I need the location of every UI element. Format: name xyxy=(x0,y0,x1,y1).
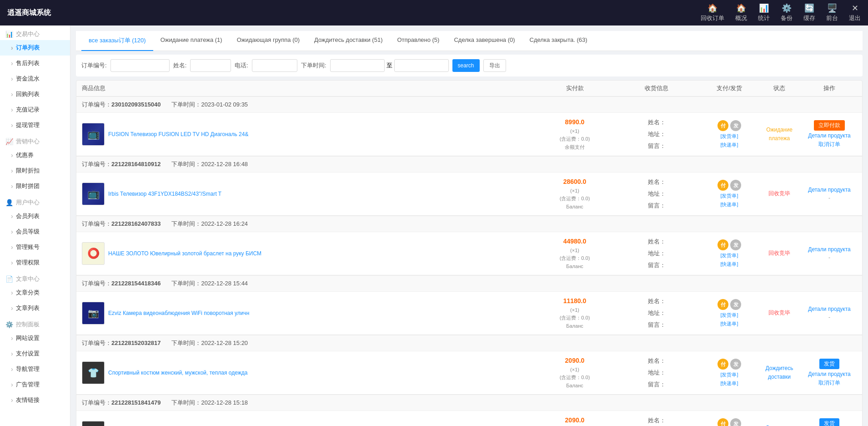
ship-circle-0[interactable]: 发 xyxy=(730,120,741,131)
tab-closed[interactable]: Сделка закрыта. (63) xyxy=(522,31,595,51)
sidebar-item-site-settings[interactable]: 网站设置 xyxy=(0,330,70,346)
product-thumb-4 xyxy=(82,361,105,384)
sidebar-item-admin-perms[interactable]: 管理权限 xyxy=(0,255,70,270)
ship-fast-link-4[interactable]: [快递单] xyxy=(720,380,738,387)
pay-circle-5[interactable]: 付 xyxy=(717,418,728,426)
nav-item-overview[interactable]: 🏠 概况 xyxy=(735,3,747,22)
receiver-cell-1: 姓名： 地址： 留言： xyxy=(611,176,702,212)
date-from-input[interactable] xyxy=(330,59,385,72)
export-button[interactable]: 导出 xyxy=(483,59,506,72)
detail-link-2[interactable]: Детали продукта xyxy=(808,246,850,253)
ship-circle-5[interactable]: 发 xyxy=(730,418,741,426)
order-time-label-3: 下单时间：2022-12-28 15:44 xyxy=(171,279,248,288)
product-name-4[interactable]: Спортивный костюм женский, мужской, тепл… xyxy=(108,369,247,377)
sidebar-item-order-list[interactable]: 订单列表 xyxy=(0,40,70,56)
sidebar-item-payment-settings[interactable]: 支付设置 xyxy=(0,346,70,361)
sidebar-item-group[interactable]: 限时拼团 xyxy=(0,178,70,194)
sidebar-item-timelimit[interactable]: 限时折扣 xyxy=(0,163,70,178)
ship-fast-link-0[interactable]: [快递单] xyxy=(720,142,738,148)
sidebar-item-article-cat[interactable]: 文章分类 xyxy=(0,285,70,300)
pay-circle-4[interactable]: 付 xyxy=(717,359,728,370)
sidebar-item-nav-management[interactable]: 导航管理 xyxy=(0,361,70,377)
order-no-input[interactable] xyxy=(110,59,170,72)
detail-link-4[interactable]: Детали продукта xyxy=(808,371,850,377)
action-primary-btn-0[interactable]: 立即付款 xyxy=(814,120,845,131)
sidebar-item-withdraw[interactable]: 提现管理 xyxy=(0,117,70,133)
ship-circle-4[interactable]: 发 xyxy=(730,359,741,370)
action-primary-btn-4[interactable]: 发货 xyxy=(819,359,839,369)
receiver-note-label-0: 留言： xyxy=(611,140,702,152)
sidebar-item-friend-links[interactable]: 友情链接 xyxy=(0,392,70,408)
price-cell-1: 28600.0 (×1) (含运费：0.0) Баланс xyxy=(538,177,611,211)
receiver-note-label-2: 留言： xyxy=(611,259,702,271)
tab-pending-delivery[interactable]: Дождитесь доставки (51) xyxy=(307,31,390,51)
ship-circle-3[interactable]: 发 xyxy=(730,299,741,310)
detail-link-1[interactable]: Детали продукта xyxy=(808,187,850,193)
sidebar-item-member-list[interactable]: 会员列表 xyxy=(0,208,70,224)
pay-circle-2[interactable]: 付 xyxy=(717,239,728,250)
ship-fast-link-1[interactable]: [快递单] xyxy=(720,201,738,208)
sidebar-item-cashflow[interactable]: 资金流水 xyxy=(0,71,70,86)
order-group-5: 订单编号：221228151841479 下单时间：2022-12-28 15:… xyxy=(76,395,863,426)
nav-item-cache[interactable]: 🔄 缓存 xyxy=(803,3,815,22)
phone-input[interactable] xyxy=(252,59,297,72)
detail-link-0[interactable]: Детали продукта xyxy=(808,132,850,139)
price-qty-0: (×1) xyxy=(538,127,611,136)
pay-circle-3[interactable]: 付 xyxy=(717,299,728,310)
price-cell-5: 2090.0 (×1) (含运费：0.0) Баланс xyxy=(538,415,611,426)
sidebar-item-member-level[interactable]: 会员等级 xyxy=(0,224,70,239)
sidebar-item-admin-account[interactable]: 管理账号 xyxy=(0,239,70,255)
sidebar-item-recharge[interactable]: 充值记录 xyxy=(0,102,70,117)
tab-pending-group[interactable]: Ожидающая группа (0) xyxy=(230,31,307,51)
ship-fast-link-2[interactable]: [快递单] xyxy=(720,261,738,268)
section-users: 👤 用户中心 xyxy=(0,194,70,208)
tab-all[interactable]: все заказы订单 (120) xyxy=(81,31,153,51)
date-to-input[interactable] xyxy=(394,59,449,72)
action-primary-btn-5[interactable]: 发货 xyxy=(819,418,839,426)
tab-pending-pay[interactable]: Ожидание платежа (1) xyxy=(153,31,230,51)
section-control: ⚙️ 控制面板 xyxy=(0,316,70,330)
nav-item-orders[interactable]: 🏠 回收订单 xyxy=(701,3,724,22)
name-input[interactable] xyxy=(190,59,231,72)
nav-item-exit[interactable]: ✕ 退出 xyxy=(849,3,861,22)
sidebar-item-ad-management[interactable]: 广告管理 xyxy=(0,377,70,392)
ship-circle-1[interactable]: 发 xyxy=(730,180,741,191)
product-name-2[interactable]: НАШЕ ЗОЛОТО Ювелирный золотой браслет на… xyxy=(108,250,261,258)
ship-fast-link-3[interactable]: [快递单] xyxy=(720,320,738,327)
ship-circles-5: 付 发 xyxy=(717,418,741,426)
product-name-1[interactable]: Irbis Телевизор 43F1YDX184BS2/43"/Smart … xyxy=(108,190,221,198)
th-action: 操作 xyxy=(802,84,857,92)
status-badge-4: Дождитесь доставки xyxy=(757,364,802,381)
product-name-0[interactable]: FUSION Телевизор FUSION LED TV HD Диагон… xyxy=(108,131,248,138)
cancel-link-0[interactable]: 取消订单 xyxy=(818,141,840,148)
nav-label-exit: 退出 xyxy=(849,14,861,22)
sidebar-item-article-list[interactable]: 文章列表 xyxy=(0,300,70,316)
tab-shipped[interactable]: Отправлено (5) xyxy=(390,31,447,51)
nav-item-frontend[interactable]: 🖥️ 前台 xyxy=(826,3,838,22)
nav-item-stats[interactable]: 📊 统计 xyxy=(758,3,770,22)
ship-order-link-2[interactable]: [发货单] xyxy=(720,252,738,259)
price-main-1: 28600.0 xyxy=(538,177,611,187)
ship-circles-4: 付 发 xyxy=(717,359,741,370)
product-name-3[interactable]: Ezviz Камера видеонаблюдения WiFi поворо… xyxy=(108,309,249,317)
search-button[interactable]: search xyxy=(452,59,480,72)
ship-order-link-0[interactable]: [发货单] xyxy=(720,133,738,140)
sidebar-item-aftersale[interactable]: 售后列表 xyxy=(0,56,70,71)
tab-completed[interactable]: Сделка завершена (0) xyxy=(447,31,522,51)
ship-circle-2[interactable]: 发 xyxy=(730,239,741,250)
nav-item-backup[interactable]: ⚙️ 备份 xyxy=(781,3,793,22)
detail-link-3[interactable]: Детали продукта xyxy=(808,306,850,312)
ship-order-link-3[interactable]: [发货单] xyxy=(720,312,738,319)
ship-order-link-1[interactable]: [发货单] xyxy=(720,193,738,199)
pay-circle-1[interactable]: 付 xyxy=(717,180,728,191)
cancel-link-4[interactable]: 取消订单 xyxy=(818,379,840,387)
time-label: 下单时间: xyxy=(301,61,326,70)
pay-circle-0[interactable]: 付 xyxy=(717,120,728,131)
sidebar-item-coupon[interactable]: 优惠券 xyxy=(0,147,70,163)
sidebar-item-repurchase[interactable]: 回购列表 xyxy=(0,86,70,102)
app-title: 逍遥商城系统 xyxy=(7,8,51,18)
filter-row: 订单编号: 姓名: 电话: 下单时间: 至 search 导出 xyxy=(76,55,863,76)
close-icon: ✕ xyxy=(852,3,858,13)
price-qty-4: (×1) xyxy=(538,366,611,374)
ship-order-link-4[interactable]: [发货单] xyxy=(720,371,738,378)
